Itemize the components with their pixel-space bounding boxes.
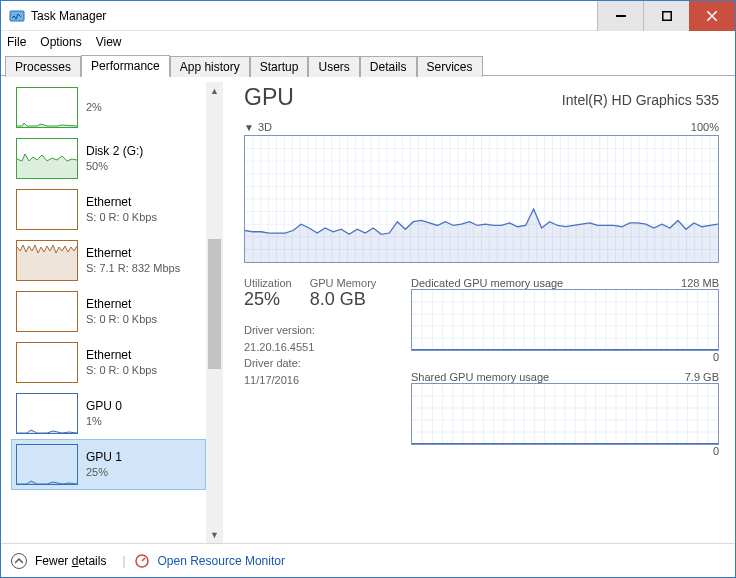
sidebar-thumb (16, 240, 78, 281)
tab-startup[interactable]: Startup (250, 56, 309, 77)
sidebar-thumb (16, 87, 78, 128)
sidebar-thumb (16, 393, 78, 434)
sidebar-item-sub: S: 0 R: 0 Kbps (86, 312, 157, 326)
sidebar-item-Disk 2 (G:)-1[interactable]: Disk 2 (G:)50% (11, 133, 206, 184)
sidebar-item-sub: 2% (86, 100, 102, 114)
sidebar-item-sub: 50% (86, 159, 143, 173)
gpu-mem-value: 8.0 GB (310, 289, 377, 310)
sidebar-item-Ethernet-2[interactable]: EthernetS: 0 R: 0 Kbps (11, 184, 206, 235)
driver-date-label: Driver date: (244, 355, 399, 372)
scroll-track[interactable] (206, 99, 223, 526)
sidebar-item-sub: 1% (86, 414, 122, 428)
close-button[interactable] (689, 1, 735, 31)
menu-view[interactable]: View (96, 35, 122, 49)
util-value: 25% (244, 289, 292, 310)
shared-zero: 0 (411, 445, 719, 457)
tab-performance[interactable]: Performance (81, 55, 170, 77)
shared-max: 7.9 GB (685, 371, 719, 383)
sidebar-item-sub: S: 0 R: 0 Kbps (86, 210, 157, 224)
main-split: 2%Disk 2 (G:)50%EthernetS: 0 R: 0 KbpsEt… (1, 76, 735, 543)
chart-3d-label[interactable]: ▼3D (244, 121, 272, 133)
dedicated-max: 128 MB (681, 277, 719, 289)
sidebar-wrap: 2%Disk 2 (G:)50%EthernetS: 0 R: 0 KbpsEt… (1, 76, 226, 543)
app-icon (9, 8, 25, 24)
dedicated-zero: 0 (411, 351, 719, 363)
chevron-down-icon: ▼ (244, 122, 254, 133)
sidebar-thumb (16, 189, 78, 230)
minimize-button[interactable] (597, 1, 643, 31)
svg-marker-6 (17, 154, 77, 179)
sidebar-thumb (16, 342, 78, 383)
tabstrip: Processes Performance App history Startu… (1, 52, 735, 76)
sidebar-thumb (16, 444, 78, 485)
chart-3d-max: 100% (691, 121, 719, 133)
sidebar-item-title: GPU 0 (86, 399, 122, 415)
shared-mem-chart: Shared GPU memory usage 7.9 GB 0 (411, 371, 719, 457)
stats-block: Utilization 25% GPU Memory 8.0 GB Driver… (244, 277, 399, 465)
util-label: Utilization (244, 277, 292, 289)
open-resource-monitor-link[interactable]: Open Resource Monitor (158, 554, 285, 568)
sidebar-item-sub: 25% (86, 465, 122, 479)
sidebar-item-title: Ethernet (86, 195, 157, 211)
tab-details[interactable]: Details (360, 56, 417, 77)
sidebar-scrollbar[interactable]: ▲ ▼ (206, 82, 223, 543)
driver-date-value: 11/17/2016 (244, 372, 399, 389)
sidebar-item-GPU 1-7[interactable]: GPU 125% (11, 439, 206, 490)
svg-rect-2 (662, 11, 671, 20)
gpu-mem-label: GPU Memory (310, 277, 377, 289)
maximize-button[interactable] (643, 1, 689, 31)
sidebar-item-sub: S: 0 R: 0 Kbps (86, 363, 157, 377)
sidebar-item-title: Ethernet (86, 348, 157, 364)
detail-panel: GPU Intel(R) HD Graphics 535 ▼3D 100% Ut… (226, 76, 735, 543)
tab-app-history[interactable]: App history (170, 56, 250, 77)
sidebar-thumb (16, 291, 78, 332)
dedicated-mem-chart: Dedicated GPU memory usage 128 MB 0 (411, 277, 719, 363)
sidebar-item-Ethernet-3[interactable]: EthernetS: 7.1 R: 832 Mbps (11, 235, 206, 286)
gpu-device-name: Intel(R) HD Graphics 535 (562, 92, 719, 108)
footer: Fewer details | Open Resource Monitor (1, 543, 735, 577)
menu-options[interactable]: Options (40, 35, 81, 49)
resmon-icon (134, 553, 150, 569)
tab-processes[interactable]: Processes (5, 56, 81, 77)
driver-version-label: Driver version: (244, 322, 399, 339)
scroll-up-icon[interactable]: ▲ (206, 82, 223, 99)
page-title: GPU (244, 84, 294, 111)
sidebar-item-title: GPU 1 (86, 450, 122, 466)
titlebar: Task Manager (1, 1, 735, 31)
sidebar-item-Ethernet-4[interactable]: EthernetS: 0 R: 0 Kbps (11, 286, 206, 337)
sidebar-item-sub: S: 7.1 R: 832 Mbps (86, 261, 180, 275)
shared-label: Shared GPU memory usage (411, 371, 549, 383)
sidebar-item-GPU 0-6[interactable]: GPU 01% (11, 388, 206, 439)
fewer-details-link[interactable]: Fewer details (35, 554, 106, 568)
chevron-up-icon[interactable] (11, 553, 27, 569)
tab-services[interactable]: Services (417, 56, 483, 77)
sidebar: 2%Disk 2 (G:)50%EthernetS: 0 R: 0 KbpsEt… (11, 82, 206, 543)
sidebar-item-title: Ethernet (86, 246, 180, 262)
menu-file[interactable]: File (7, 35, 26, 49)
scroll-thumb[interactable] (208, 239, 221, 369)
sidebar-thumb (16, 138, 78, 179)
menubar: File Options View (1, 31, 735, 52)
svg-marker-8 (17, 245, 77, 281)
sidebar-item-Ethernet-5[interactable]: EthernetS: 0 R: 0 Kbps (11, 337, 206, 388)
window-title: Task Manager (31, 9, 597, 23)
tab-users[interactable]: Users (308, 56, 359, 77)
scroll-down-icon[interactable]: ▼ (206, 526, 223, 543)
sidebar-item-title: Ethernet (86, 297, 157, 313)
driver-version-value: 21.20.16.4551 (244, 339, 399, 356)
svg-line-151 (142, 558, 145, 561)
chart-3d (244, 135, 719, 263)
sidebar-item-entry-0[interactable]: 2% (11, 82, 206, 133)
sidebar-item-title: Disk 2 (G:) (86, 144, 143, 160)
dedicated-label: Dedicated GPU memory usage (411, 277, 563, 289)
